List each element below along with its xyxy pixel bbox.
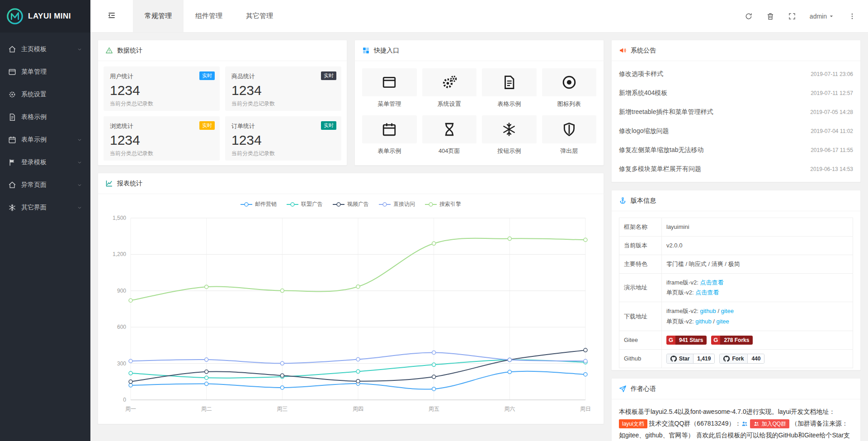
sidebar-item-label: 主页模板 <box>21 45 47 53</box>
announcements-title: 系统公告 <box>631 47 656 55</box>
legend-item-1[interactable]: 联盟广告 <box>287 200 323 208</box>
chevron-down-icon <box>77 137 82 142</box>
author-notes-title: 作者心语 <box>631 385 656 393</box>
chevron-down-icon <box>77 47 82 52</box>
legend-item-4[interactable]: 搜索引擎 <box>425 200 461 208</box>
quick-entry-button-demo[interactable]: 按钮示例 <box>482 115 537 155</box>
stat-title: 用户统计 <box>110 72 213 81</box>
svg-text:900: 900 <box>117 288 126 294</box>
more-menu-button[interactable] <box>848 12 856 20</box>
sidebar-item-other-page[interactable]: 其它界面 <box>0 196 90 219</box>
version-label: 框架名称 <box>619 218 662 237</box>
quick-entry-label: 按钮示例 <box>482 147 537 155</box>
home-icon <box>8 181 16 189</box>
version-row: 主要特色零门槛 / 响应式 / 清爽 / 极简 <box>619 255 853 274</box>
user-name: admin <box>810 13 827 20</box>
announcement-item[interactable]: 修改logo缩放问题2019-07-04 11:02 <box>619 122 853 141</box>
version-label: 当前版本 <box>619 237 662 255</box>
svg-text:300: 300 <box>117 360 126 367</box>
chart-line-icon <box>105 180 113 187</box>
version-header: 版本信息 <box>612 190 860 211</box>
legend-item-3[interactable]: 直接访问 <box>379 200 415 208</box>
quick-entry-popup-layer[interactable]: 弹出层 <box>542 115 597 155</box>
shrink-icon <box>107 11 116 22</box>
tab-other-manage[interactable]: 其它管理 <box>234 0 285 32</box>
window-icon <box>8 68 16 76</box>
tab-basic-manage[interactable]: 常规管理 <box>133 0 184 32</box>
fullscreen-button[interactable] <box>788 12 796 20</box>
gitee-badge[interactable]: G941 Stars <box>666 336 707 345</box>
github-count: 1,419 <box>693 354 714 363</box>
svg-text:周三: 周三 <box>277 406 288 412</box>
sidebar-item-login-template[interactable]: 登录模板 <box>0 151 90 174</box>
announcement-date: 2019-07-05 14:28 <box>810 109 853 115</box>
tab-component-manage[interactable]: 组件管理 <box>184 0 234 32</box>
warning-triangle-icon <box>105 47 113 54</box>
github-badge[interactable]: Star1,419 <box>666 354 715 364</box>
user-menu[interactable]: admin <box>810 13 835 20</box>
sidebar: LAYUI MINI 主页模板菜单管理系统设置表格示例表单示例登录模板异常页面其… <box>0 0 90 441</box>
version-body: 框架名称layuimini当前版本v2.0.0主要特色零门槛 / 响应式 / 清… <box>612 211 860 375</box>
dot-circle-icon <box>542 68 597 96</box>
version-link[interactable]: gitee <box>717 318 729 325</box>
sidebar-item-table-demo[interactable]: 表格示例 <box>0 106 90 128</box>
announcement-item[interactable]: 修复左侧菜单缩放tab无法移动2019-06-17 11:55 <box>619 141 853 160</box>
layui-doc-badge[interactable]: layui文档 <box>619 419 647 428</box>
line-chart[interactable]: 周一周二周三周四周五周六周日03006009001,2001,500 <box>105 212 596 416</box>
version-link-line: iframe版-v2: 点击查看 <box>666 278 848 288</box>
stat-title: 订单统计 <box>231 122 335 130</box>
home-icon <box>8 45 16 53</box>
refresh-button[interactable] <box>745 12 753 20</box>
quick-entry-menu-manage[interactable]: 菜单管理 <box>362 68 417 108</box>
component-icon <box>362 47 370 54</box>
chevron-down-icon <box>77 205 82 210</box>
version-link-line: 单页版-v2: 点击查看 <box>666 288 848 298</box>
svg-text:周二: 周二 <box>201 406 212 412</box>
sidebar-item-home-template[interactable]: 主页模板 <box>0 38 90 61</box>
quick-entry-panel: 快捷入口 菜单管理系统设置表格示例图标列表表单示例404页面按钮示例弹出层 <box>354 40 604 166</box>
version-link[interactable]: gitee <box>721 308 734 314</box>
github-count: 440 <box>748 354 764 363</box>
quick-entry-table-demo[interactable]: 表格示例 <box>482 68 537 108</box>
anchor-icon <box>619 197 627 204</box>
sidebar-item-error-page[interactable]: 异常页面 <box>0 174 90 196</box>
announcement-item[interactable]: 修复多模块菜单栏展开有问题2019-06-13 14:53 <box>619 160 853 179</box>
quick-entry-page-404[interactable]: 404页面 <box>422 115 477 155</box>
logo[interactable]: LAYUI MINI <box>0 0 90 33</box>
clear-cache-button[interactable] <box>766 12 774 20</box>
quick-entry-form-demo[interactable]: 表单示例 <box>362 115 417 155</box>
sidebar-item-label: 系统设置 <box>21 90 47 99</box>
version-label: Github <box>619 349 662 368</box>
announcement-item[interactable]: 修改选项卡样式2019-07-11 23:06 <box>619 65 853 84</box>
svg-text:1,200: 1,200 <box>113 251 126 257</box>
gitee-badge[interactable]: G278 Forks <box>711 336 753 345</box>
chevron-down-icon <box>77 182 82 188</box>
legend-item-0[interactable]: 邮件营销 <box>241 200 277 208</box>
sidebar-item-system-setting[interactable]: 系统设置 <box>0 83 90 106</box>
sidebar-item-form-demo[interactable]: 表单示例 <box>0 128 90 151</box>
version-value: 零门槛 / 响应式 / 清爽 / 极简 <box>666 261 740 267</box>
collapse-sidebar-button[interactable] <box>90 0 133 32</box>
version-link-line: 单页版-v2: github / gitee <box>666 317 848 327</box>
version-label: 演示地址 <box>619 274 662 302</box>
announcement-item[interactable]: 新增系统404模板2019-07-11 12:57 <box>619 84 853 103</box>
quick-entry-label: 菜单管理 <box>362 100 417 108</box>
version-link[interactable]: 点击查看 <box>695 289 719 296</box>
sidebar-item-label: 表单示例 <box>21 136 47 144</box>
qq-group-icon <box>741 420 748 427</box>
version-link[interactable]: github <box>700 308 716 314</box>
version-link[interactable]: 点击查看 <box>700 279 723 286</box>
version-panel: 版本信息 框架名称layuimini当前版本v2.0.0主要特色零门槛 / 响应… <box>611 190 861 370</box>
announcement-item[interactable]: 新增treetable插件和菜单管理样式2019-07-05 14:28 <box>619 103 853 122</box>
logo-text: LAYUI MINI <box>28 12 71 21</box>
quick-entry-icon-list[interactable]: 图标列表 <box>542 68 597 108</box>
version-link[interactable]: github <box>695 318 711 325</box>
hourglass-icon <box>422 115 477 143</box>
legend-marker-icon <box>241 202 252 207</box>
quick-entry-system-setting[interactable]: 系统设置 <box>422 68 477 108</box>
join-qq-badge[interactable]: 加入QQ群 <box>750 419 789 428</box>
quick-entry-label: 系统设置 <box>422 100 477 108</box>
legend-item-2[interactable]: 视频广告 <box>333 200 369 208</box>
github-badge[interactable]: Fork440 <box>719 354 764 364</box>
sidebar-item-menu-manage[interactable]: 菜单管理 <box>0 61 90 83</box>
